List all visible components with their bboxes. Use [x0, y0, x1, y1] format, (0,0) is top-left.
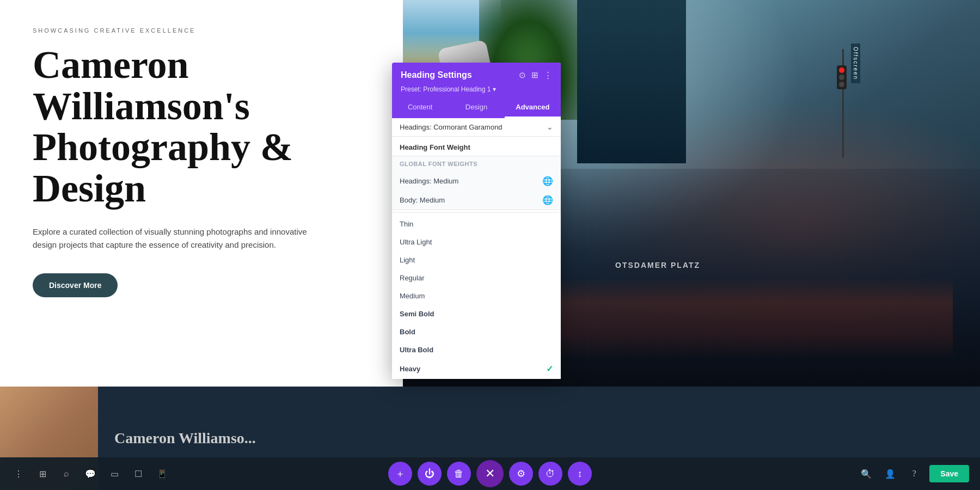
weight-semi-bold[interactable]: Semi Bold	[392, 305, 561, 323]
traffic-light	[837, 65, 847, 89]
divider	[392, 212, 561, 213]
modal-preset[interactable]: Preset: Professional Heading 1 ▾	[401, 85, 552, 97]
weight-bold[interactable]: Bold	[392, 323, 561, 341]
font-selector-row[interactable]: Headings: Cormorant Garamond ⌄	[392, 118, 561, 137]
content-left-panel: SHOWCASING CREATIVE EXCELLENCE Cameron W…	[0, 0, 403, 387]
toolbar-search-right-icon[interactable]: 🔍	[857, 465, 875, 482]
toolbar-user-icon[interactable]: 👤	[881, 465, 899, 482]
weight-light[interactable]: Light	[392, 251, 561, 269]
selected-checkmark: ✓	[546, 364, 553, 374]
toolbar-settings-button[interactable]: ⚙	[509, 462, 533, 486]
weight-ultra-light[interactable]: Ultra Light	[392, 233, 561, 251]
toolbar-right: 🔍 👤 ? Save	[857, 465, 969, 482]
modal-title: Heading Settings	[401, 70, 472, 80]
body-globe-icon: 🌐	[542, 195, 553, 205]
tab-advanced[interactable]: Advanced	[505, 97, 561, 118]
hero-subtitle: SHOWCASING CREATIVE EXCELLENCE	[33, 27, 370, 34]
toolbar-help-icon[interactable]: ?	[905, 465, 923, 482]
toolbar-center: ＋ ⏻ 🗑 ✕ ⚙ ⏱ ↕	[388, 460, 592, 487]
weight-thin[interactable]: Thin	[392, 215, 561, 233]
building-facade	[577, 0, 686, 163]
font-selector-label: Headings: Cormorant Garamond	[400, 123, 503, 131]
weight-regular[interactable]: Regular	[392, 269, 561, 287]
headings-medium-item[interactable]: Headings: Medium 🌐	[392, 171, 561, 191]
modal-body: Headings: Cormorant Garamond ⌄ Heading F…	[392, 118, 561, 379]
modal-grid-icon[interactable]: ⊞	[531, 70, 538, 80]
billboard-text: OTSDAMER PLATZ	[615, 261, 700, 270]
tab-design[interactable]: Design	[448, 97, 504, 118]
toolbar-power-button[interactable]: ⏻	[418, 462, 442, 486]
toolbar-add-button[interactable]: ＋	[388, 462, 412, 486]
hero-heading: Cameron Williamson's Photography & Desig…	[33, 45, 370, 209]
toolbar-move-button[interactable]: ↕	[568, 462, 592, 486]
toolbar-history-button[interactable]: ⏱	[538, 462, 562, 486]
discover-button[interactable]: Discover More	[33, 273, 118, 297]
toolbar-left: ⋮ ⊞ ⌕ 💬 ▭ ☐ 📱	[11, 466, 170, 481]
toolbar-search-icon[interactable]: ⌕	[59, 466, 74, 481]
weight-ultra-bold[interactable]: Ultra Bold	[392, 341, 561, 359]
modal-header-icons: ⊙ ⊞ ⋮	[519, 70, 552, 80]
bottom-toolbar: ⋮ ⊞ ⌕ 💬 ▭ ☐ 📱 ＋ ⏻ 🗑 ✕ ⚙ ⏱ ↕ 🔍 👤 ? Save	[0, 457, 980, 490]
toolbar-desktop-icon[interactable]: ▭	[107, 466, 122, 481]
toolbar-trash-button[interactable]: 🗑	[447, 462, 471, 486]
weight-list: Thin Ultra Light Light Regular Medium Se…	[392, 215, 561, 379]
global-section-header: Global Font Weights	[392, 156, 561, 171]
modal-target-icon[interactable]: ⊙	[519, 70, 526, 80]
weight-heavy[interactable]: Heavy ✓	[392, 359, 561, 379]
toolbar-mobile-icon[interactable]: 📱	[155, 466, 170, 481]
headings-globe-icon: 🌐	[542, 176, 553, 186]
modal-tabs: Content Design Advanced	[392, 97, 561, 118]
toolbar-chat-icon[interactable]: 💬	[83, 466, 98, 481]
hero-description: Explore a curated collection of visually…	[33, 225, 332, 252]
toolbar-menu-icon[interactable]: ⋮	[11, 466, 26, 481]
heading-settings-panel: Heading Settings ⊙ ⊞ ⋮ Preset: Professio…	[392, 63, 561, 379]
toolbar-close-button[interactable]: ✕	[476, 460, 504, 487]
offscreen-label: Offscreen	[851, 44, 860, 83]
weight-medium[interactable]: Medium	[392, 287, 561, 305]
modal-header: Heading Settings ⊙ ⊞ ⋮ Preset: Professio…	[392, 63, 561, 97]
tab-content[interactable]: Content	[392, 97, 448, 118]
save-button[interactable]: Save	[929, 465, 969, 482]
font-selector-chevron: ⌄	[547, 122, 553, 132]
section-heading: Heading Font Weight	[392, 137, 561, 156]
bottom-section-text: Cameron Williamso...	[98, 419, 272, 458]
toolbar-tablet-icon[interactable]: ☐	[131, 466, 146, 481]
toolbar-grid-icon[interactable]: ⊞	[35, 466, 50, 481]
body-medium-item[interactable]: Body: Medium 🌐	[392, 191, 561, 210]
modal-more-icon[interactable]: ⋮	[544, 70, 552, 80]
global-font-weights-section: Global Font Weights Headings: Medium 🌐 B…	[392, 156, 561, 210]
